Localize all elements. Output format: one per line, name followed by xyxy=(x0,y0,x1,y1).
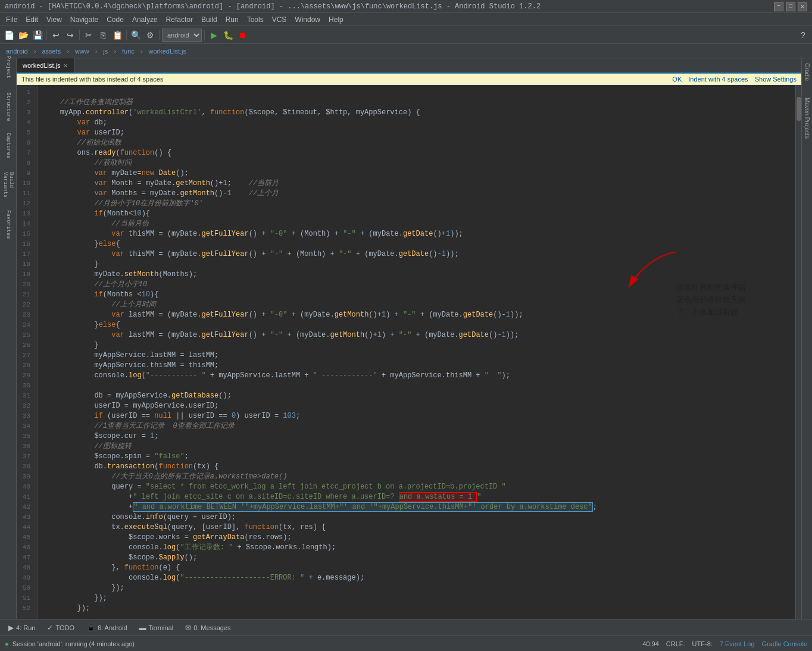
code-line-32: if (userID == null || userID == 0) userI… xyxy=(43,412,300,420)
toolbar-undo[interactable]: ↩ xyxy=(49,29,63,42)
captures-icon[interactable]: Captures xyxy=(2,139,15,152)
menu-analyze[interactable]: Analyze xyxy=(129,14,161,25)
toolbar: 📄 📂 💾 ↩ ↪ ✂ ⎘ 📋 🔍 ⚙ android ▶ 🐛 ⏹ ? xyxy=(0,26,812,44)
toolbar-settings[interactable]: ⚙ xyxy=(143,29,157,42)
title-controls: ─ □ ✕ xyxy=(774,2,807,11)
bottom-tab-run[interactable]: ▶ 4: Run xyxy=(5,622,39,633)
nav-workedlist[interactable]: workedList.js xyxy=(145,46,190,56)
toolbar-search[interactable]: 🔍 xyxy=(129,29,142,42)
code-line-42: console.info(query + userID); xyxy=(43,513,236,521)
code-line-49: }); xyxy=(43,584,124,592)
menu-code[interactable]: Code xyxy=(103,14,127,25)
code-line-29 xyxy=(43,381,47,390)
toolbar-save[interactable]: 💾 xyxy=(31,29,44,42)
bottom-tab-android[interactable]: 📱 6: Android xyxy=(83,622,131,633)
nav-www[interactable]: www xyxy=(71,46,93,56)
code-line-36: $scope.spin = "false"; xyxy=(43,452,189,461)
code-content[interactable]: //工作任务查询控制器 myApp.controller('workedList… xyxy=(38,85,795,619)
code-line-38: //大于当天0点的所有工作记录a.workstime>date() xyxy=(43,472,287,481)
notif-actions: OK Indent with 4 spaces Show Settings xyxy=(667,76,797,83)
code-line-16: var thisMM = (myDate.getFullYear() + "-"… xyxy=(43,250,459,258)
code-line-45: console.log("工作记录数: " + $scope.works.len… xyxy=(43,543,336,552)
menu-build[interactable]: Build xyxy=(198,14,221,25)
status-position: 40:94 xyxy=(642,640,659,647)
menu-edit[interactable]: Edit xyxy=(22,14,42,25)
menu-run[interactable]: Run xyxy=(222,14,242,25)
code-line-7: //获取时间 xyxy=(43,159,132,167)
status-encoding: UTF-8: xyxy=(692,640,713,647)
toolbar-new[interactable]: 📄 xyxy=(2,29,15,42)
code-line-40: +" left join etcc_site c on a.siteID=c.s… xyxy=(43,492,482,502)
toolbar-stop[interactable]: ⏹ xyxy=(236,29,249,42)
android-icon: 📱 xyxy=(86,624,95,632)
notif-ok[interactable]: OK xyxy=(672,76,682,83)
vertical-scrollbar[interactable] xyxy=(795,85,801,619)
toolbar-copy[interactable]: ⎘ xyxy=(96,29,110,42)
menu-vcs[interactable]: VCS xyxy=(268,14,291,25)
gradle-console[interactable]: Gradle Console xyxy=(762,640,807,647)
toolbar-debug[interactable]: 🐛 xyxy=(221,29,235,42)
file-tabs: workedList.js ✕ xyxy=(17,58,801,74)
code-line-31: userID = myAppService.userID; xyxy=(43,402,218,410)
toolbar-sep3 xyxy=(126,30,127,40)
menu-file[interactable]: File xyxy=(2,14,21,25)
toolbar-redo[interactable]: ↪ xyxy=(64,29,77,42)
bottom-tab-messages-label: 0: Messages xyxy=(193,624,230,631)
bottom-tab-messages[interactable]: ✉ 0: Messages xyxy=(182,622,234,633)
right-side-panel: Gradle Maven Projects xyxy=(801,58,812,619)
build-variants-icon[interactable]: Build Variants xyxy=(2,179,15,192)
left-panel: Project Structure Captures Build Variant… xyxy=(0,58,17,619)
code-line-13: //当前月份 xyxy=(43,220,149,228)
favorites-icon[interactable]: Favorites xyxy=(2,218,15,231)
todo-icon: ✓ xyxy=(47,624,53,632)
toolbar-sep2 xyxy=(79,30,80,40)
event-log[interactable]: 7 Event Log xyxy=(720,640,755,647)
nav-assets[interactable]: assets xyxy=(38,46,64,56)
notif-settings[interactable]: Show Settings xyxy=(755,76,797,83)
code-line-28: console.log("----------- " + myAppServic… xyxy=(43,371,510,380)
toolbar-open[interactable]: 📂 xyxy=(17,29,30,42)
bottom-tab-todo[interactable]: ✓ TODO xyxy=(43,622,78,633)
menu-window[interactable]: Window xyxy=(291,14,324,25)
code-line-33: //1查看当天工作记录 0查看全部工作记录 xyxy=(43,422,235,430)
code-line-52 xyxy=(43,614,47,619)
file-tab-close[interactable]: ✕ xyxy=(63,62,68,69)
bottom-tab-todo-label: TODO xyxy=(55,624,74,631)
menu-tools[interactable]: Tools xyxy=(243,14,267,25)
notif-indent[interactable]: Indent with 4 spaces xyxy=(688,76,748,83)
code-line-1: //工作任务查询控制器 xyxy=(43,98,133,107)
bottom-tab-terminal[interactable]: ▬ Terminal xyxy=(136,622,177,633)
nav-js[interactable]: js xyxy=(99,46,111,56)
nav-android[interactable]: android xyxy=(2,46,32,56)
code-line-12: if(Month<10){ xyxy=(43,209,150,218)
nav-func[interactable]: func xyxy=(118,46,138,56)
code-line-21: //上个月时间 xyxy=(43,301,156,309)
code-line-15: }else{ xyxy=(43,240,120,248)
android-dropdown[interactable]: android xyxy=(162,29,202,42)
close-button[interactable]: ✕ xyxy=(798,2,807,11)
code-line-18: myDate.setMonth(Months); xyxy=(43,270,197,278)
toolbar-help2[interactable]: ? xyxy=(797,29,810,42)
toolbar-run[interactable]: ▶ xyxy=(207,29,220,42)
toolbar-paste[interactable]: 📋 xyxy=(111,29,124,42)
code-line-19: //上个月小于10 xyxy=(43,280,147,289)
structure-icon[interactable]: Structure xyxy=(2,100,15,113)
code-line-20: if(Months <10){ xyxy=(43,290,158,299)
menu-navigate[interactable]: Navigate xyxy=(67,14,102,25)
code-line-50: }); xyxy=(43,594,107,602)
maven-label[interactable]: Maven Projects xyxy=(802,95,811,141)
code-line-41: +" and a.worktime BETWEEN '"+myAppServic… xyxy=(43,502,597,512)
code-line-2: myApp.controller('workedListCtrl', funct… xyxy=(43,108,420,117)
menu-view[interactable]: View xyxy=(43,14,65,25)
project-icon[interactable]: Project xyxy=(2,61,15,74)
minimize-button[interactable]: ─ xyxy=(774,2,783,11)
menu-help[interactable]: Help xyxy=(325,14,347,25)
maximize-button[interactable]: □ xyxy=(786,2,795,11)
code-line-5: //初始化函数 xyxy=(43,139,121,147)
gradle-label[interactable]: Gradle xyxy=(802,61,811,83)
code-line-48: console.log("--------------------ERROR: … xyxy=(43,574,364,582)
menu-refactor[interactable]: Refactor xyxy=(163,14,196,25)
menu-bar: File Edit View Navigate Code Analyze Ref… xyxy=(0,13,812,26)
toolbar-cut[interactable]: ✂ xyxy=(82,29,95,42)
file-tab-workedlist[interactable]: workedList.js ✕ xyxy=(17,58,74,73)
